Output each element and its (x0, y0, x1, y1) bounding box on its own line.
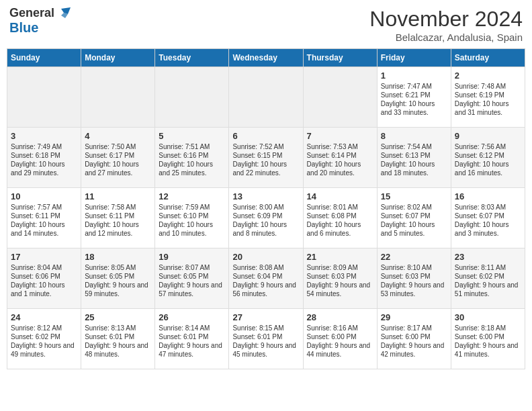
weekday-header-sunday: Sunday (7, 49, 81, 67)
day-number: 17 (11, 252, 77, 262)
cell-info-line: Sunset: 6:11 PM (85, 212, 151, 220)
day-number: 15 (381, 191, 447, 201)
day-number: 24 (11, 312, 77, 322)
day-number: 1 (381, 71, 447, 81)
cell-info-line: Sunrise: 8:02 AM (381, 203, 447, 212)
cell-info-line: Sunrise: 8:16 AM (307, 324, 373, 332)
cell-info-line: Daylight: 9 hours and 47 minutes. (159, 341, 225, 359)
cell-info-line: Sunrise: 8:09 AM (307, 263, 373, 272)
cell-info-line: Daylight: 10 hours and 3 minutes. (455, 220, 521, 238)
calendar-cell: 25Sunrise: 8:13 AMSunset: 6:01 PMDayligh… (81, 309, 155, 369)
page-header: General Blue November 2024 Belalcazar, A… (7, 7, 525, 43)
cell-info-line: Sunset: 6:00 PM (381, 332, 447, 341)
cell-info-line: Daylight: 10 hours and 33 minutes. (381, 99, 447, 117)
calendar-cell (229, 67, 303, 128)
day-number: 21 (307, 252, 373, 262)
cell-info-line: Sunrise: 8:14 AM (159, 324, 225, 332)
day-number: 5 (159, 131, 225, 141)
cell-info-line: Sunset: 6:09 PM (232, 212, 299, 220)
cell-info-line: Sunrise: 7:54 AM (381, 142, 447, 151)
cell-info-line: Sunrise: 7:59 AM (159, 203, 225, 212)
day-number: 26 (159, 312, 225, 322)
cell-info-line: Sunrise: 7:53 AM (307, 142, 373, 151)
cell-info-line: Sunset: 6:02 PM (455, 272, 521, 281)
cell-info-line: Daylight: 9 hours and 54 minutes. (307, 281, 373, 298)
calendar-cell: 23Sunrise: 8:11 AMSunset: 6:02 PMDayligh… (451, 248, 525, 309)
calendar-cell: 4Sunrise: 7:50 AMSunset: 6:17 PMDaylight… (81, 128, 155, 188)
day-number: 12 (159, 191, 225, 201)
cell-info-line: Sunrise: 8:05 AM (85, 263, 151, 272)
cell-info-line: Sunset: 6:11 PM (11, 212, 77, 220)
calendar-cell: 8Sunrise: 7:54 AMSunset: 6:13 PMDaylight… (377, 128, 451, 188)
calendar-cell: 15Sunrise: 8:02 AMSunset: 6:07 PMDayligh… (377, 188, 451, 248)
day-number: 30 (455, 312, 521, 322)
cell-info-line: Daylight: 10 hours and 18 minutes. (381, 160, 447, 177)
cell-info-line: Daylight: 10 hours and 16 minutes. (455, 160, 521, 177)
calendar-cell: 6Sunrise: 7:52 AMSunset: 6:15 PMDaylight… (229, 128, 303, 188)
cell-info-line: Sunrise: 7:47 AM (381, 82, 447, 91)
cell-info-line: Daylight: 9 hours and 51 minutes. (455, 281, 521, 298)
day-number: 7 (307, 131, 373, 141)
logo-general-text: General (9, 7, 54, 20)
cell-info-line: Daylight: 9 hours and 49 minutes. (11, 341, 77, 359)
location-text: Belalcazar, Andalusia, Spain (369, 32, 523, 43)
calendar-cell: 2Sunrise: 7:48 AMSunset: 6:19 PMDaylight… (451, 67, 525, 128)
cell-info-line: Sunrise: 7:49 AM (11, 142, 77, 151)
calendar-cell (7, 67, 81, 128)
cell-info-line: Sunset: 6:04 PM (232, 272, 299, 281)
weekday-header-friday: Friday (377, 49, 451, 67)
calendar-cell: 30Sunrise: 8:18 AMSunset: 6:00 PMDayligh… (451, 309, 525, 369)
cell-info-line: Daylight: 9 hours and 45 minutes. (232, 341, 299, 359)
cell-info-line: Sunset: 6:07 PM (381, 212, 447, 220)
cell-info-line: Daylight: 10 hours and 31 minutes. (455, 99, 521, 117)
calendar-cell (81, 67, 155, 128)
cell-info-line: Daylight: 10 hours and 10 minutes. (159, 220, 225, 238)
cell-info-line: Sunset: 6:01 PM (232, 332, 299, 341)
title-block: November 2024 Belalcazar, Andalusia, Spa… (369, 7, 523, 43)
day-number: 27 (232, 312, 299, 322)
logo-blue-text: Blue (9, 20, 38, 35)
cell-info-line: Daylight: 10 hours and 6 minutes. (307, 220, 373, 238)
day-number: 14 (307, 191, 373, 201)
cell-info-line: Sunset: 6:18 PM (11, 151, 77, 160)
day-number: 2 (455, 71, 521, 81)
cell-info-line: Sunrise: 8:17 AM (381, 324, 447, 332)
calendar-cell: 21Sunrise: 8:09 AMSunset: 6:03 PMDayligh… (303, 248, 377, 309)
cell-info-line: Sunrise: 8:03 AM (455, 203, 521, 212)
day-number: 10 (11, 191, 77, 201)
cell-info-line: Sunset: 6:03 PM (381, 272, 447, 281)
cell-info-line: Daylight: 9 hours and 57 minutes. (159, 281, 225, 298)
weekday-header-thursday: Thursday (303, 49, 377, 67)
cell-info-line: Sunset: 6:14 PM (307, 151, 373, 160)
day-number: 8 (381, 131, 447, 141)
calendar-cell: 19Sunrise: 8:07 AMSunset: 6:05 PMDayligh… (155, 248, 229, 309)
calendar-cell: 24Sunrise: 8:12 AMSunset: 6:02 PMDayligh… (7, 309, 81, 369)
calendar-cell: 13Sunrise: 8:00 AMSunset: 6:09 PMDayligh… (229, 188, 303, 248)
cell-info-line: Sunrise: 8:11 AM (455, 263, 521, 272)
cell-info-line: Daylight: 9 hours and 44 minutes. (307, 341, 373, 359)
calendar-cell: 3Sunrise: 7:49 AMSunset: 6:18 PMDaylight… (7, 128, 81, 188)
calendar-cell: 1Sunrise: 7:47 AMSunset: 6:21 PMDaylight… (377, 67, 451, 128)
day-number: 25 (85, 312, 151, 322)
calendar-table: SundayMondayTuesdayWednesdayThursdayFrid… (7, 48, 525, 369)
cell-info-line: Sunset: 6:01 PM (85, 332, 151, 341)
cell-info-line: Sunset: 6:19 PM (455, 91, 521, 99)
cell-info-line: Sunrise: 8:07 AM (159, 263, 225, 272)
cell-info-line: Sunset: 6:17 PM (85, 151, 151, 160)
day-number: 16 (455, 191, 521, 201)
cell-info-line: Daylight: 9 hours and 48 minutes. (85, 341, 151, 359)
cell-info-line: Sunrise: 7:58 AM (85, 203, 151, 212)
cell-info-line: Sunset: 6:01 PM (159, 332, 225, 341)
cell-info-line: Sunrise: 8:10 AM (381, 263, 447, 272)
cell-info-line: Sunrise: 7:51 AM (159, 142, 225, 151)
cell-info-line: Daylight: 10 hours and 1 minute. (11, 281, 77, 298)
cell-info-line: Sunset: 6:02 PM (11, 332, 77, 341)
cell-info-line: Sunset: 6:05 PM (159, 272, 225, 281)
cell-info-line: Sunrise: 8:01 AM (307, 203, 373, 212)
cell-info-line: Sunset: 6:07 PM (455, 212, 521, 220)
cell-info-line: Sunset: 6:00 PM (307, 332, 373, 341)
calendar-cell (155, 67, 229, 128)
calendar-cell: 26Sunrise: 8:14 AMSunset: 6:01 PMDayligh… (155, 309, 229, 369)
calendar-cell: 10Sunrise: 7:57 AMSunset: 6:11 PMDayligh… (7, 188, 81, 248)
cell-info-line: Daylight: 10 hours and 5 minutes. (381, 220, 447, 238)
